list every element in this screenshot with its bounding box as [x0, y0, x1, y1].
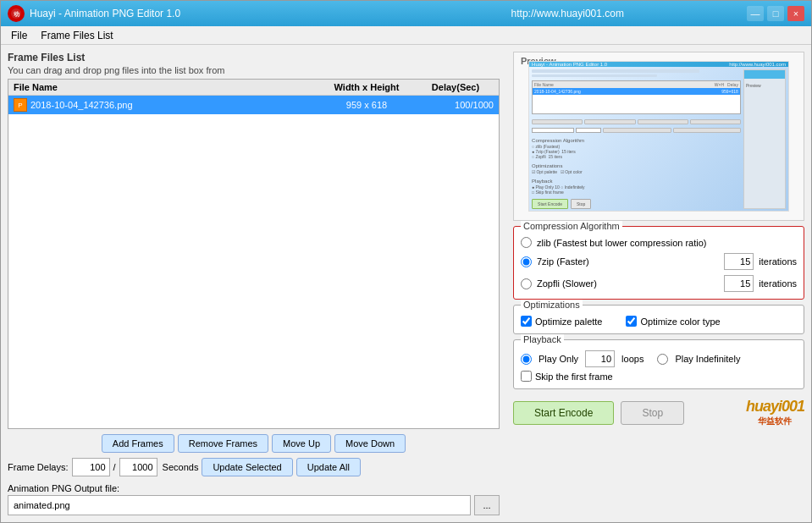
browse-button[interactable]: ...	[474, 495, 500, 515]
thumb-body: File NameW×HDelay 2018-10-04_142736.png9…	[529, 67, 788, 212]
update-all-button[interactable]: Update All	[296, 458, 361, 476]
radio-zlib-label[interactable]: zlib (Fastest but lower compression rati…	[537, 238, 707, 248]
output-label: Animation PNG Output file:	[8, 483, 500, 493]
playback-label: Playback	[521, 334, 564, 344]
radio-7zip-row: 7zip (Faster) iterations	[521, 253, 797, 270]
radio-zlib[interactable]	[521, 237, 532, 248]
encode-stop-row: Start Encode Stop huayi001 华益软件	[513, 398, 804, 427]
frame-buttons: Add Frames Remove Frames Move Up Move Do…	[8, 434, 500, 453]
menu-bar: File Frame Files List	[1, 26, 811, 45]
brand-logo: huayi001 华益软件	[746, 398, 804, 427]
thumb-right: Preview	[743, 69, 786, 209]
move-up-button[interactable]: Move Up	[272, 434, 331, 453]
title-bar: 动 Huayi - Animation PNG Editor 1.0 http:…	[1, 1, 811, 26]
file-list-header: File Name Width x Height Delay(Sec)	[8, 80, 499, 96]
header-delay: Delay(Sec)	[417, 82, 494, 92]
drag-hint: You can drag and drop png files into the…	[8, 65, 500, 75]
add-frames-button[interactable]: Add Frames	[102, 434, 174, 453]
zopfli-iterations-label: iterations	[759, 278, 797, 289]
compression-label: Compression Algorithm	[521, 221, 622, 231]
header-filename: File Name	[14, 82, 316, 92]
close-button[interactable]: ×	[787, 6, 804, 21]
radio-play-only[interactable]	[521, 354, 532, 365]
optimize-color-checkbox[interactable]	[626, 316, 637, 327]
radio-7zip-label[interactable]: 7zip (Faster)	[537, 256, 589, 267]
file-size: 812 x 523	[316, 100, 417, 110]
table-row[interactable]: P 2018-10-04_142736.png 812 x 523 100/10…	[8, 96, 499, 114]
skip-first-label[interactable]: Skip the first frame	[535, 372, 613, 382]
thumb-left: File NameW×HDelay 2018-10-04_142736.png9…	[532, 69, 741, 209]
optimizations-label: Optimizations	[521, 300, 583, 310]
window-controls: — □ ×	[747, 6, 804, 21]
file-icon: P	[14, 98, 27, 112]
output-row-inner: ...	[8, 495, 500, 515]
file-name: 2018-10-04_142736.png	[30, 100, 316, 110]
radio-zopfli[interactable]	[521, 278, 532, 289]
section-label: Frame Files List	[8, 52, 500, 63]
loops-input[interactable]	[585, 350, 615, 367]
delay-separator: /	[113, 462, 116, 472]
move-down-button[interactable]: Move Down	[334, 434, 406, 453]
delay-value1-input[interactable]	[72, 458, 110, 476]
output-file-input[interactable]	[8, 495, 471, 515]
7zip-iterations-label: iterations	[759, 256, 797, 267]
playback-group: Playback Play Only loops Play Indefinite…	[513, 339, 804, 389]
delays-label: Frame Delays:	[8, 462, 69, 472]
radio-7zip[interactable]	[521, 256, 532, 267]
radio-play-indefinitely[interactable]	[657, 354, 668, 365]
radio-zopfli-row: Zopfli (Slower) iterations	[521, 275, 797, 292]
optimize-color-label[interactable]: Optimize color type	[640, 317, 720, 327]
brand-text: huayi001	[746, 398, 804, 416]
skip-first-checkbox[interactable]	[521, 371, 532, 382]
optimize-palette-label[interactable]: Optimize palette	[535, 317, 602, 327]
zopfli-iterations-input[interactable]	[724, 275, 754, 292]
header-size: Width x Height	[316, 82, 417, 92]
output-row: Animation PNG Output file: ...	[8, 483, 500, 515]
skip-first-row: Skip the first frame	[521, 371, 797, 382]
optimize-palette-checkbox[interactable]	[521, 316, 532, 327]
left-panel: Frame Files List You can drag and drop p…	[1, 45, 506, 522]
radio-zopfli-label[interactable]: Zopfli (Slower)	[537, 278, 597, 289]
file-list: File Name Width x Height Delay(Sec) P 20…	[8, 79, 500, 429]
radio-zlib-row: zlib (Fastest but lower compression rati…	[521, 237, 797, 248]
svg-text:动: 动	[14, 11, 19, 17]
seconds-label: Seconds	[163, 462, 199, 472]
right-panel: Preview Huayi - Animation PNG Editor 1.0…	[506, 45, 811, 522]
main-content: Frame Files List You can drag and drop p…	[1, 45, 811, 522]
delays-row: Frame Delays: / Seconds Update Selected …	[8, 458, 500, 476]
optimize-palette-row: Optimize palette	[521, 316, 602, 327]
menu-file[interactable]: File	[4, 28, 34, 43]
update-selected-button[interactable]: Update Selected	[202, 458, 292, 476]
minimize-button[interactable]: —	[747, 6, 764, 21]
optimizations-row: Optimize palette Optimize color type	[521, 316, 797, 327]
remove-frames-button[interactable]: Remove Frames	[178, 434, 268, 453]
app-logo: 动	[8, 5, 25, 22]
7zip-iterations-input[interactable]	[724, 253, 754, 270]
play-only-label[interactable]: Play Only	[539, 354, 578, 364]
preview-content: Huayi - Animation PNG Editor 1.0 http://…	[514, 52, 804, 220]
compression-group: Compression Algorithm zlib (Fastest but …	[513, 226, 804, 300]
stop-button[interactable]: Stop	[621, 401, 684, 425]
preview-thumbnail: Huayi - Animation PNG Editor 1.0 http://…	[528, 61, 789, 212]
window-url: http://www.huayi001.com	[389, 8, 748, 19]
playback-rows: Play Only loops Play Indefinitely Skip t…	[521, 350, 797, 382]
preview-box: Preview Huayi - Animation PNG Editor 1.0…	[513, 52, 804, 221]
brand-sub: 华益软件	[758, 416, 792, 427]
main-window: 动 Huayi - Animation PNG Editor 1.0 http:…	[0, 0, 812, 523]
loops-label: loops	[621, 354, 644, 364]
start-encode-button[interactable]: Start Encode	[513, 401, 614, 425]
optimize-color-row: Optimize color type	[626, 316, 720, 327]
file-delay: 100/1000	[417, 100, 494, 110]
optimizations-group: Optimizations Optimize palette Optimize …	[513, 305, 804, 334]
playback-row1: Play Only loops Play Indefinitely	[521, 350, 797, 367]
delay-value2-input[interactable]	[119, 458, 157, 476]
window-title: Huayi - Animation PNG Editor 1.0	[30, 8, 389, 19]
menu-frame-files[interactable]: Frame Files List	[34, 28, 119, 43]
play-indefinitely-label[interactable]: Play Indefinitely	[675, 354, 740, 364]
maximize-button[interactable]: □	[767, 6, 784, 21]
